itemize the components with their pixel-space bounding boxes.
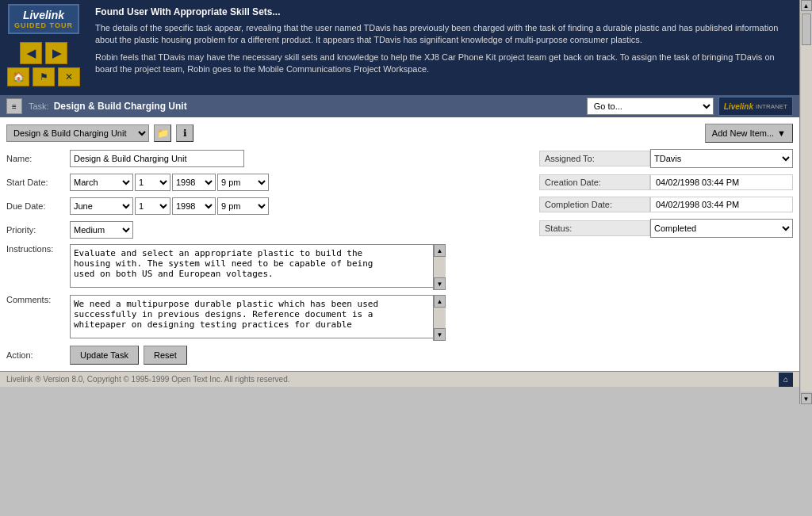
creation-date-value: 04/02/1998 03:44 PM bbox=[650, 174, 793, 190]
badge-livelink-text: Livelink bbox=[724, 102, 753, 111]
instructions-scroll-track bbox=[434, 257, 446, 277]
logo-guided-text: GUIDED TOUR bbox=[14, 21, 73, 29]
start-date-row: Start Date: March 1 1998 9 pm bbox=[6, 173, 523, 192]
scroll-up-btn[interactable]: ▲ bbox=[801, 0, 812, 11]
comments-scroll-up[interactable]: ▲ bbox=[434, 295, 446, 308]
folder-icon-btn[interactable]: 📁 bbox=[154, 124, 171, 142]
comments-area: Comments: ▲ ▼ bbox=[6, 295, 523, 341]
task-bar: ≡ Task: Design & Build Charging Unit Go … bbox=[0, 95, 799, 117]
due-date-selects: June 1 1998 9 pm bbox=[70, 197, 269, 215]
tour-back-btn[interactable]: ◀ bbox=[20, 42, 42, 64]
tour-info-btn[interactable]: ⚑ bbox=[33, 67, 55, 86]
assigned-to-label: Assigned To: bbox=[539, 151, 650, 166]
comments-scrollbar: ▲ ▼ bbox=[433, 295, 446, 341]
main-content: Design & Build Charging Unit 📁 ℹ Add New… bbox=[0, 117, 799, 371]
start-date-label: Start Date: bbox=[6, 178, 70, 187]
comments-wrapper: ▲ ▼ bbox=[70, 295, 446, 341]
start-time-select[interactable]: 9 pm bbox=[217, 174, 269, 191]
task-bar-title: Design & Build Charging Unit bbox=[54, 101, 587, 112]
task-icon: ≡ bbox=[6, 98, 22, 114]
creation-date-row: Creation Date: 04/02/1998 03:44 PM bbox=[539, 174, 793, 190]
due-day-select[interactable]: 1 bbox=[135, 197, 170, 215]
due-time-select[interactable]: 9 pm bbox=[217, 197, 269, 215]
instructions-scroll-up[interactable]: ▲ bbox=[434, 244, 446, 257]
guided-tour-panel: Livelink GUIDED TOUR ◀ ▶ 🏠 ⚑ ✕ Found Use… bbox=[0, 0, 799, 95]
tour-close-btn[interactable]: ✕ bbox=[58, 67, 80, 86]
due-month-select[interactable]: June bbox=[70, 197, 133, 215]
start-month-select[interactable]: March bbox=[70, 174, 133, 191]
action-label: Action: bbox=[6, 350, 70, 360]
tour-left-panel: Livelink GUIDED TOUR ◀ ▶ 🏠 ⚑ ✕ bbox=[0, 0, 87, 95]
assigned-to-row: Assigned To: TDavis bbox=[539, 149, 793, 168]
tour-forward-btn[interactable]: ▶ bbox=[45, 42, 67, 64]
scroll-down-btn[interactable]: ▼ bbox=[801, 393, 812, 404]
logo-livelink-text: Livelink bbox=[14, 9, 73, 21]
footer-home-icon: ⌂ bbox=[783, 375, 788, 384]
completion-date-row: Completion Date: 04/02/1998 03:44 PM bbox=[539, 197, 793, 212]
start-day-select[interactable]: 1 bbox=[135, 174, 170, 191]
form-left: Name: Start Date: March 1 1998 bbox=[6, 149, 523, 365]
footer-icon: ⌂ bbox=[779, 373, 793, 387]
start-date-selects: March 1 1998 9 pm bbox=[70, 174, 269, 191]
creation-date-label: Creation Date: bbox=[539, 174, 650, 190]
instructions-label: Instructions: bbox=[6, 244, 70, 254]
instructions-textarea[interactable] bbox=[70, 244, 446, 288]
task-label: Task: bbox=[29, 101, 49, 111]
add-new-chevron: ▼ bbox=[777, 128, 786, 138]
completion-date-value: 04/02/1998 03:44 PM bbox=[650, 197, 793, 212]
due-year-select[interactable]: 1998 bbox=[172, 197, 216, 215]
goto-select[interactable]: Go to... bbox=[587, 97, 714, 115]
tour-home-btn[interactable]: 🏠 bbox=[7, 67, 29, 86]
add-new-label: Add New Item... bbox=[712, 128, 774, 138]
form-area: Name: Start Date: March 1 1998 bbox=[6, 149, 793, 365]
tour-nav-row1: ◀ ▶ bbox=[20, 42, 67, 64]
due-date-row: Due Date: June 1 1998 9 pm bbox=[6, 197, 523, 216]
priority-label: Priority: bbox=[6, 225, 70, 235]
livelink-intranet-badge: Livelink INTRANET bbox=[718, 97, 793, 116]
name-row: Name: bbox=[6, 149, 523, 168]
comments-label: Comments: bbox=[6, 295, 70, 304]
priority-select[interactable]: Medium Low High bbox=[70, 221, 133, 239]
priority-row: Priority: Medium Low High bbox=[6, 220, 523, 239]
action-row: Action: Update Task Reset bbox=[6, 346, 523, 365]
breadcrumb-bar: Design & Build Charging Unit 📁 ℹ Add New… bbox=[6, 124, 793, 143]
comments-scroll-down[interactable]: ▼ bbox=[434, 328, 446, 341]
start-year-select[interactable]: 1998 bbox=[172, 174, 216, 191]
name-label: Name: bbox=[6, 154, 70, 163]
due-date-label: Due Date: bbox=[6, 201, 70, 211]
badge-sub-text: INTRANET bbox=[756, 103, 787, 110]
status-row: Status: Completed Not Started In Progres… bbox=[539, 219, 793, 238]
update-task-button[interactable]: Update Task bbox=[70, 346, 139, 365]
livelink-logo: Livelink GUIDED TOUR bbox=[8, 4, 79, 34]
instructions-wrapper: ▲ ▼ bbox=[70, 244, 446, 290]
comments-textarea[interactable] bbox=[70, 295, 446, 338]
footer: Livelink ® Version 8.0, Copyright © 1995… bbox=[0, 371, 799, 387]
instructions-area: Instructions: ▲ ▼ bbox=[6, 244, 523, 290]
comments-scroll-track bbox=[434, 308, 446, 328]
status-label: Status: bbox=[539, 220, 650, 236]
tour-content: Found User With Appropriate Skill Sets..… bbox=[87, 0, 799, 95]
assigned-to-select[interactable]: TDavis bbox=[650, 149, 793, 168]
goto-container: Go to... Livelink INTRANET bbox=[587, 97, 793, 116]
name-input[interactable] bbox=[70, 150, 244, 167]
tour-nav-row2: 🏠 ⚑ ✕ bbox=[7, 67, 80, 86]
footer-text: Livelink ® Version 8.0, Copyright © 1995… bbox=[6, 375, 779, 384]
info-icon-btn[interactable]: ℹ bbox=[176, 124, 193, 142]
add-new-item-button[interactable]: Add New Item... ▼ bbox=[705, 124, 793, 143]
instructions-scrollbar: ▲ ▼ bbox=[433, 244, 446, 290]
instructions-scroll-down[interactable]: ▼ bbox=[434, 277, 446, 290]
tour-paragraph1: The details of the specific task appear,… bbox=[95, 22, 791, 47]
breadcrumb-select[interactable]: Design & Build Charging Unit bbox=[6, 124, 149, 142]
status-select[interactable]: Completed Not Started In Progress Cancel… bbox=[650, 219, 793, 238]
completion-date-label: Completion Date: bbox=[539, 197, 650, 212]
tour-title: Found User With Appropriate Skill Sets..… bbox=[95, 6, 791, 17]
reset-button[interactable]: Reset bbox=[144, 346, 187, 365]
tour-paragraph2: Robin feels that TDavis may have the nec… bbox=[95, 52, 791, 76]
form-right: Assigned To: TDavis Creation Date: 04/02… bbox=[523, 149, 793, 365]
